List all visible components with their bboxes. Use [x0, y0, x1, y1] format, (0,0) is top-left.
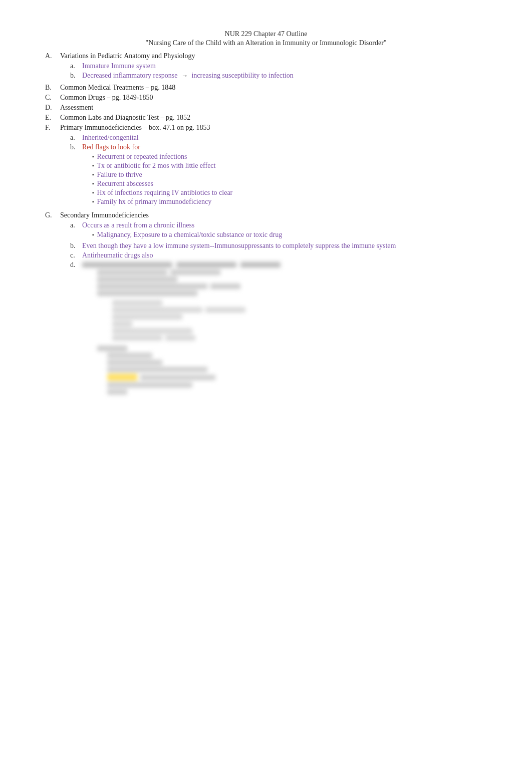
- f-sub-b-content: Red flags to look for ▪ Recurrent or rep…: [82, 143, 492, 207]
- section-b-marker: B.: [45, 84, 56, 92]
- bullet-icon-5: ▪: [92, 190, 94, 195]
- section-g: G. Secondary Immunodeficiencies a. Occur…: [45, 211, 492, 398]
- section-a: A. Variations in Pediatric Anatomy and P…: [45, 52, 492, 82]
- f-sub-a-marker: a.: [70, 134, 78, 142]
- section-e: E. Common Labs and Diagnostic Test – pg.…: [45, 114, 492, 122]
- flag-4-label: Recurrent abscesses: [97, 180, 492, 188]
- page-subtitle: "Nursing Care of the Child with an Alter…: [40, 39, 492, 47]
- arrow-icon: →: [181, 72, 188, 79]
- chronic-illness-list: ▪ Malignancy, Exposure to a chemical/tox…: [92, 231, 492, 239]
- decreased-inflammatory: Decreased inflammatory response: [82, 72, 177, 79]
- sub-a-content: Immature Immune system: [82, 62, 492, 70]
- section-d: D. Assessment: [45, 104, 492, 112]
- flag-item-2: ▪ Tx or antibiotic for 2 mos with little…: [92, 162, 492, 170]
- g-sub-b-marker: b.: [70, 242, 78, 250]
- section-d-label: Assessment: [60, 104, 93, 111]
- section-a-marker: A.: [45, 52, 56, 82]
- antirheumatic-label: Antirheumatic drugs also: [82, 251, 153, 259]
- section-g-sub-b: b. Even though they have a low immune sy…: [70, 242, 492, 250]
- bullet-icon-mal: ▪: [92, 232, 94, 237]
- flag-item-6: ▪ Family hx of primary immunodeficiency: [92, 198, 492, 206]
- section-f-label: Primary Immunodeficiencies – box. 47.1 o…: [60, 124, 210, 131]
- bullet-icon-1: ▪: [92, 154, 94, 159]
- flag-3-label: Failure to thrive: [97, 171, 492, 179]
- malignancy-item: ▪ Malignancy, Exposure to a chemical/tox…: [92, 231, 492, 239]
- bullet-icon-2: ▪: [92, 163, 94, 168]
- g-sub-d-marker: d.: [70, 261, 78, 396]
- red-flags-list: ▪ Recurrent or repeated infections ▪ Tx …: [92, 153, 492, 206]
- bullet-icon-4: ▪: [92, 181, 94, 186]
- g-sub-a-content: Occurs as a result from a chronic illnes…: [82, 221, 492, 240]
- red-flags-label: Red flags to look for: [82, 143, 140, 151]
- flag-2-label: Tx or antibiotic for 2 mos with little e…: [97, 162, 492, 170]
- section-e-content: Common Labs and Diagnostic Test – pg. 18…: [60, 114, 492, 122]
- sub-b-marker: b.: [70, 72, 78, 80]
- section-f-sub-a: a. Inherited/congenital: [70, 134, 492, 142]
- g-sub-c-content: Antirheumatic drugs also: [82, 251, 492, 259]
- section-g-sub-d: d.: [70, 261, 492, 396]
- f-sub-b-marker: b.: [70, 143, 78, 207]
- section-a-sub-b: b. Decreased inflammatory response → inc…: [70, 72, 492, 80]
- section-d-content: Assessment: [60, 104, 492, 112]
- susceptibility-label: increasing susceptibility to infection: [191, 72, 293, 79]
- g-sub-b-content: Even though they have a low immune syste…: [82, 242, 492, 250]
- section-g-label: Secondary Immunodeficiencies: [60, 211, 149, 219]
- g-sub-c-marker: c.: [70, 251, 78, 259]
- section-b: B. Common Medical Treatments – pg. 1848: [45, 84, 492, 92]
- flag-item-3: ▪ Failure to thrive: [92, 171, 492, 179]
- section-f-subsections: a. Inherited/congenital b. Red flags to …: [70, 134, 492, 207]
- sub-a-marker: a.: [70, 62, 78, 70]
- section-a-label: Variations in Pediatric Anatomy and Phys…: [60, 52, 195, 60]
- section-g-sub-c: c. Antirheumatic drugs also: [70, 251, 492, 259]
- section-c: C. Common Drugs – pg. 1849-1850: [45, 94, 492, 102]
- section-f-sub-b: b. Red flags to look for ▪ Recurrent or …: [70, 143, 492, 207]
- flag-item-1: ▪ Recurrent or repeated infections: [92, 153, 492, 161]
- outline-list: A. Variations in Pediatric Anatomy and P…: [45, 52, 492, 398]
- section-g-subsections: a. Occurs as a result from a chronic ill…: [70, 221, 492, 396]
- malignancy-label: Malignancy, Exposure to a chemical/toxic…: [97, 231, 492, 239]
- section-c-label: Common Drugs – pg. 1849-1850: [60, 94, 153, 101]
- section-e-label: Common Labs and Diagnostic Test – pg. 18…: [60, 114, 190, 121]
- section-g-sub-a: a. Occurs as a result from a chronic ill…: [70, 221, 492, 240]
- flag-6-label: Family hx of primary immunodeficiency: [97, 198, 492, 206]
- section-c-marker: C.: [45, 94, 56, 102]
- flag-1-label: Recurrent or repeated infections: [97, 153, 492, 161]
- bullet-icon-6: ▪: [92, 199, 94, 204]
- section-d-marker: D.: [45, 104, 56, 112]
- section-g-content: Secondary Immunodeficiencies a. Occurs a…: [60, 211, 492, 398]
- outline: A. Variations in Pediatric Anatomy and P…: [45, 52, 492, 398]
- page-title: NUR 229 Chapter 47 Outline: [40, 30, 492, 38]
- section-g-marker: G.: [45, 211, 56, 398]
- section-f: F. Primary Immunodeficiencies – box. 47.…: [45, 124, 492, 209]
- section-b-content: Common Medical Treatments – pg. 1848: [60, 84, 492, 92]
- section-f-content: Primary Immunodeficiencies – box. 47.1 o…: [60, 124, 492, 209]
- inherited-label: Inherited/congenital: [82, 134, 139, 141]
- immunosuppressant-label: Even though they have a low immune syste…: [82, 242, 396, 249]
- sub-a-label: Immature Immune system: [82, 62, 156, 70]
- blurred-content: [82, 262, 492, 395]
- flag-5-label: Hx of infections requiring IV antibiotic…: [97, 189, 492, 197]
- chronic-illness-label: Occurs as a result from a chronic illnes…: [82, 221, 194, 229]
- sub-b-content: Decreased inflammatory response → increa…: [82, 72, 492, 80]
- bullet-icon-3: ▪: [92, 172, 94, 177]
- flag-item-5: ▪ Hx of infections requiring IV antibiot…: [92, 189, 492, 197]
- section-a-subsections: a. Immature Immune system b. Decreased i…: [70, 62, 492, 80]
- f-sub-a-content: Inherited/congenital: [82, 134, 492, 142]
- section-e-marker: E.: [45, 114, 56, 122]
- page: NUR 229 Chapter 47 Outline "Nursing Care…: [40, 30, 492, 398]
- flag-item-4: ▪ Recurrent abscesses: [92, 180, 492, 188]
- g-sub-a-marker: a.: [70, 221, 78, 240]
- g-sub-d-content: [82, 261, 492, 396]
- section-a-sub-a: a. Immature Immune system: [70, 62, 492, 70]
- section-b-label: Common Medical Treatments – pg. 1848: [60, 84, 175, 91]
- section-c-content: Common Drugs – pg. 1849-1850: [60, 94, 492, 102]
- section-a-content: Variations in Pediatric Anatomy and Phys…: [60, 52, 492, 82]
- section-f-marker: F.: [45, 124, 56, 209]
